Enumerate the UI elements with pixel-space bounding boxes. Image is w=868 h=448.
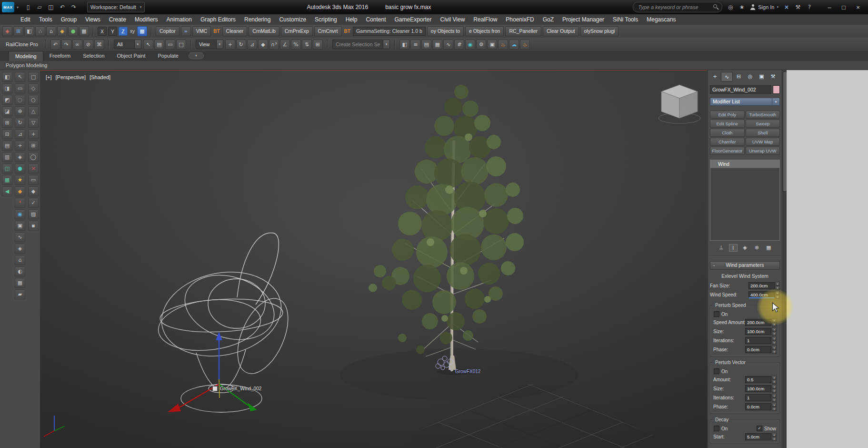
modifier-preset-button[interactable]: Unwrap UVW [746,147,780,155]
favorites-star-icon[interactable]: ★ [738,4,746,10]
railclone-toolbar-label[interactable]: RailClone Pro [3,41,41,47]
menu-item[interactable]: Help [341,14,362,25]
display-tab-icon[interactable]: ▣ [756,72,767,81]
chevron-right-icon[interactable]: » [181,26,191,36]
dock-collapse-icon[interactable]: ◀ [2,186,12,196]
snap-tool-icon[interactable]: ◈ [2,26,12,36]
spinner-down-icon[interactable]: ▾ [772,389,777,393]
reference-coordinate-dropdown[interactable]: View ▾ [196,40,223,49]
ribbon-tab[interactable]: Selection [77,51,110,61]
modify-tab-icon[interactable]: ∿ [721,72,733,81]
selection-filter-dropdown[interactable]: All ▾ [114,40,141,49]
modifier-preset-button[interactable]: FloorGenerator [710,147,745,155]
viewport-menu-general[interactable]: [+] [46,74,52,80]
modifier-preset-button[interactable]: TurboSmooth [746,111,780,119]
search-box[interactable] [633,2,722,12]
viewport-layout-icon[interactable]: ◪ [2,106,12,116]
spinner-arrows[interactable]: ▴ ▾ [772,336,777,345]
workspace-dropdown[interactable]: Workspace: Default ▾ [87,2,145,12]
fan-size-field[interactable]: 200.0cm [748,282,775,289]
menu-item[interactable]: Rendering [240,14,275,25]
vmc-button[interactable]: VMC [192,26,211,36]
spinner-down-icon[interactable]: ▾ [775,286,780,290]
target-icon[interactable]: ◉ [15,209,25,219]
spinner-up-icon[interactable]: ▴ [775,291,780,295]
menu-item[interactable]: Modifiers [130,14,162,25]
array-tool-icon[interactable]: ⊞ [13,26,23,36]
viewport-menu-pov[interactable]: [Perspective] [56,74,86,80]
spinner-arrows[interactable]: ▴ ▾ [772,385,777,393]
y-constraint-button[interactable]: Y [108,27,117,36]
spinner-up-icon[interactable]: ▴ [772,394,777,397]
star-icon[interactable]: ★ [15,175,25,185]
rotate-icon[interactable]: ↻ [236,40,246,50]
window-icon[interactable]: ⊞ [28,141,39,151]
snap-3d-icon[interactable]: ∩³ [269,40,279,50]
show-end-result-icon[interactable]: I [729,244,738,252]
menu-item[interactable]: RealFlow [469,14,501,25]
viewport-layout-icon[interactable]: ◧ [2,72,12,82]
manipulate-icon[interactable]: ◆ [258,40,268,50]
object-name-field[interactable]: GrowFX_Wind_002 [710,85,771,94]
spinner-snap-icon[interactable]: ⇅ [302,40,312,50]
ribbon-tab[interactable]: Populate [151,51,184,61]
help-icon[interactable]: ? [805,4,814,10]
spinner-field[interactable]: 200.0cm [745,319,771,326]
render-iterative-icon[interactable]: ♨ [520,40,530,50]
bt-badge-icon[interactable]: BT [212,29,220,34]
spinner-up-icon[interactable]: ▴ [772,403,777,407]
perturb-vector-on-checkbox[interactable] [714,368,719,374]
viewport-layout-icon[interactable]: ◩ [2,95,12,105]
motion-tab-icon[interactable]: ◎ [745,72,756,81]
modifier-stack[interactable]: Wind [710,160,780,241]
gem-tool-icon[interactable]: ◆ [57,26,67,36]
ribbon-minimize-button[interactable]: ▾ [189,52,204,59]
sphere-icon[interactable]: ● [15,163,25,173]
search-input[interactable] [637,4,713,10]
chevron-down-icon[interactable]: ▾ [134,40,141,49]
gem-icon[interactable]: ◆ [28,186,39,196]
crncnvrt-button[interactable]: CrnCnvrt [314,26,342,36]
spinner-down-icon[interactable]: ▾ [772,323,777,326]
viewport-layout-icon[interactable]: ▥ [2,152,12,162]
search-icon[interactable] [713,4,719,10]
menu-item[interactable]: Customize [275,14,310,25]
diamond-icon[interactable]: ◇ [28,83,39,93]
undo-icon[interactable]: ↶ [58,4,67,10]
curve-editor-icon[interactable]: ∿ [443,40,453,50]
object-color-swatch[interactable] [773,85,780,94]
xy-plane-icon[interactable]: ▦ [137,26,147,36]
menu-item[interactable]: Create [105,14,130,25]
spinner-up-icon[interactable]: ▴ [775,282,780,285]
spinner-arrows[interactable]: ▴ ▾ [772,433,777,441]
polysnow-button[interactable]: olySnow plugi [580,26,619,36]
spinner-down-icon[interactable]: ▾ [772,407,777,411]
z-constraint-button[interactable]: Z [119,27,128,36]
menu-item[interactable]: SiNi Tools [609,14,642,25]
close-icon[interactable]: × [28,163,39,173]
remove-modifier-icon[interactable]: ⊗ [753,244,761,252]
asterisk-icon[interactable]: * [15,198,25,208]
wave-icon[interactable]: ∿ [15,232,25,242]
viewport-layout-icon[interactable]: ◫ [2,163,12,173]
spinner-up-icon[interactable]: ▴ [772,336,777,340]
bind-spacewarp-icon[interactable]: ⌘ [94,40,104,50]
spinner-field[interactable]: 0.0cm [745,346,771,353]
rollout-wind-parameters[interactable]: - Wind parameters [710,261,780,270]
menu-item[interactable]: Civil View [436,14,469,25]
align-icon[interactable]: ≡ [410,40,420,50]
minimize-button[interactable]: – [822,2,837,12]
new-scene-icon[interactable]: ▯ [24,4,32,10]
schematic-view-icon[interactable]: # [454,40,464,50]
menu-item[interactable]: Graph Editors [196,14,240,25]
named-selection-set-dropdown[interactable]: Create Selection Se ▾ [332,40,390,49]
copitor-button[interactable]: Copitor [156,26,180,36]
rotate-tool-icon[interactable]: ↻ [15,118,25,128]
perspective-viewport[interactable]: [+] [Perspective] [Shaded] GrowFX_Wind_0… [40,70,707,448]
spinner-down-icon[interactable]: ▾ [772,350,777,354]
spinner-up-icon[interactable]: ▴ [772,376,777,379]
spinner-arrows[interactable]: ▴ ▾ [772,346,777,354]
redo-icon[interactable]: ↷ [70,4,78,10]
modifier-preset-button[interactable]: Cloth [710,129,745,137]
spinner-down-icon[interactable]: ▾ [772,437,777,441]
